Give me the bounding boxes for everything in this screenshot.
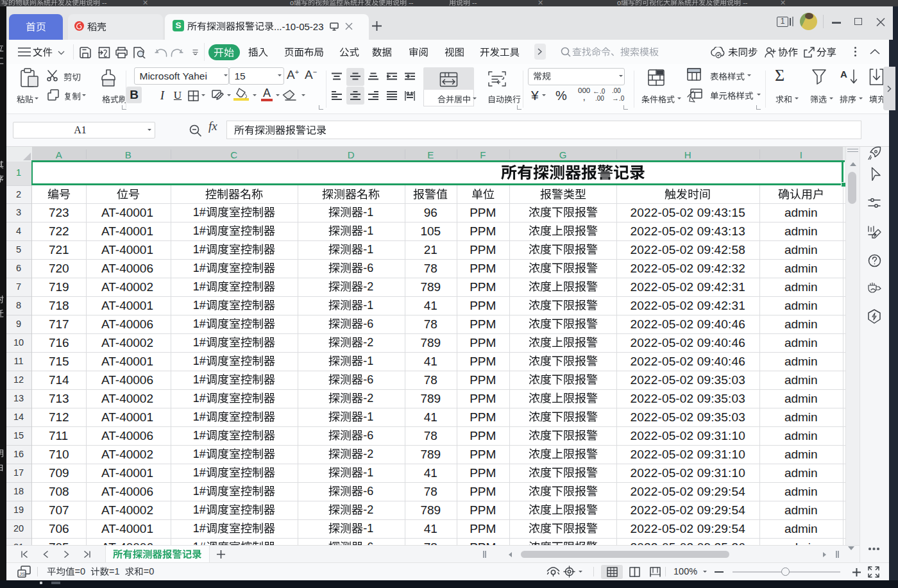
svg-text:JS: JS — [19, 571, 25, 577]
